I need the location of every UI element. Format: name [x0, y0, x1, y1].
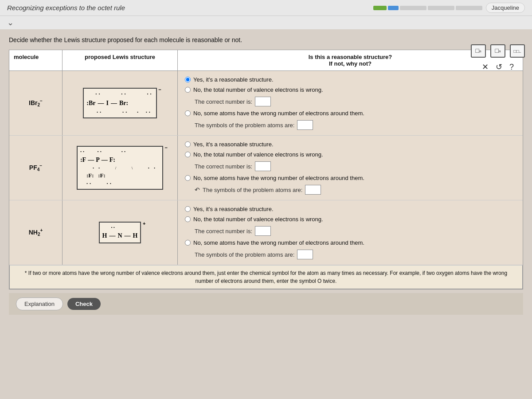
label-ibr2-no-atoms: No, some atoms have the wrong number of …	[193, 110, 364, 117]
option-ibr2-no-valence[interactable]: No, the total number of valence electron…	[185, 86, 323, 93]
input-pf4-problem-atoms[interactable]	[305, 185, 321, 195]
bottom-bar: Explanation Check	[9, 293, 523, 315]
user-badge: Jacqueline	[486, 3, 525, 13]
radio-nh2-no-atoms[interactable]	[185, 240, 191, 246]
cursor-icon: ↶	[195, 186, 200, 193]
pf4-charge: −	[165, 145, 168, 150]
main-content: Decide whether the Lewis structure propo…	[0, 29, 532, 399]
label-pf4-correct-number: The correct number is:	[195, 163, 252, 170]
label-ibr2-correct-number: The correct number is:	[195, 98, 252, 105]
progress-seg-3	[400, 6, 426, 10]
label-pf4-no-atoms: No, some atoms have the wrong number of …	[193, 175, 364, 181]
options-nh2: Yes, it's a reasonable structure. No, th…	[178, 200, 523, 265]
page-title: Recognizing exceptions to the octet rule	[7, 4, 125, 12]
molecule-nh2-label: NH2+	[29, 228, 43, 237]
sub-pf4-problem-atoms: ↶ The symbols of the problem atoms are:	[185, 185, 321, 195]
option-nh2-yes[interactable]: Yes, it's a reasonable structure.	[185, 206, 274, 212]
top-bar: Recognizing exceptions to the octet rule…	[0, 0, 532, 16]
label-ibr2-problem-atoms: The symbols of the problem atoms are:	[195, 122, 294, 129]
table-row-nh2: NH2+ + •• H — N — H	[9, 200, 523, 265]
progress-bars	[373, 6, 482, 10]
sub-ibr2-correct-number: The correct number is:	[185, 97, 271, 106]
help-icon[interactable]: ?	[509, 63, 514, 72]
radio-ibr2-no-atoms[interactable]	[185, 110, 191, 116]
col-header-lewis: proposed Lewis structure	[63, 50, 178, 70]
footer-note: * If two or more atoms have the wrong nu…	[9, 265, 523, 289]
input-nh2-problem-atoms[interactable]	[297, 250, 313, 259]
chevron-row: ⌄	[0, 16, 532, 29]
label-nh2-no-atoms: No, some atoms have the wrong number of …	[193, 239, 364, 246]
action-icon-row: ✕ ↺ ?	[482, 62, 514, 72]
molecule-ibr2: IBr2−	[9, 71, 63, 135]
progress-seg-2	[388, 6, 399, 10]
table-row-ibr2: IBr2− − •• •• •• :Br — I — Br:	[9, 71, 523, 136]
input-nh2-correct-number[interactable]	[255, 226, 271, 236]
label-ibr2-yes: Yes, it's a reasonable structure.	[193, 76, 274, 83]
lewis-pf4: − •• •• •• :F — P — F: •• / \ ••	[63, 136, 178, 200]
label-pf4-problem-atoms: The symbols of the problem atoms are:	[203, 187, 302, 193]
explanation-button[interactable]: Explanation	[16, 297, 63, 310]
subscript-icon[interactable]: □n	[490, 44, 505, 58]
main-table: molecule proposed Lewis structure Is thi…	[9, 50, 523, 289]
check-button[interactable]: Check	[67, 298, 101, 310]
progress-seg-5	[456, 6, 482, 10]
sub-nh2-problem-atoms: The symbols of the problem atoms are:	[185, 250, 313, 259]
sub-pf4-correct-number: The correct number is:	[185, 161, 271, 171]
label-pf4-yes: Yes, it's a reasonable structure.	[193, 141, 274, 148]
question-prompt: Decide whether the Lewis structure propo…	[9, 36, 523, 43]
molecule-pf4-label: PF4−	[29, 163, 42, 172]
sub-nh2-correct-number: The correct number is:	[185, 226, 271, 236]
icon-row-1: □n □n □□..	[471, 44, 525, 58]
radio-nh2-yes[interactable]	[185, 206, 191, 212]
table-header: molecule proposed Lewis structure Is thi…	[9, 50, 523, 71]
option-ibr2-yes[interactable]: Yes, it's a reasonable structure.	[185, 76, 274, 83]
lewis-structure-ibr2: − •• •• •• :Br — I — Br: •• •• • ••	[83, 88, 156, 119]
progress-seg-4	[428, 6, 454, 10]
input-ibr2-correct-number[interactable]	[255, 97, 271, 106]
options-pf4: Yes, it's a reasonable structure. No, th…	[178, 136, 523, 200]
molecule-pf4: PF4−	[9, 136, 63, 200]
input-ibr2-problem-atoms[interactable]	[297, 120, 313, 130]
nh2-charge: +	[143, 221, 145, 226]
lewis-nh2: + •• H — N — H	[63, 200, 178, 265]
chevron-down-icon[interactable]: ⌄	[7, 18, 14, 27]
radio-nh2-no-valence[interactable]	[185, 216, 191, 222]
combo-icon[interactable]: □□..	[510, 44, 525, 58]
label-ibr2-no-valence: No, the total number of valence electron…	[193, 86, 323, 93]
radio-pf4-no-valence[interactable]	[185, 152, 191, 157]
table-row-pf4: PF4− − •• •• •• :F — P — F:	[9, 136, 523, 200]
molecule-nh2: NH2+	[9, 200, 63, 265]
lewis-structure-nh2: + •• H — N — H	[99, 222, 141, 243]
radio-pf4-yes[interactable]	[185, 141, 191, 147]
radio-ibr2-no-valence[interactable]	[185, 87, 191, 93]
option-ibr2-no-atoms[interactable]: No, some atoms have the wrong number of …	[185, 110, 364, 117]
undo-icon[interactable]: ↺	[496, 62, 502, 72]
option-pf4-yes[interactable]: Yes, it's a reasonable structure.	[185, 141, 274, 148]
radio-ibr2-yes[interactable]	[185, 77, 191, 82]
radio-pf4-no-atoms[interactable]	[185, 175, 191, 181]
option-pf4-no-atoms[interactable]: No, some atoms have the wrong number of …	[185, 175, 364, 181]
lewis-ibr2: − •• •• •• :Br — I — Br: •• •• • ••	[63, 71, 178, 135]
superscript-icon[interactable]: □n	[471, 44, 486, 58]
option-nh2-no-atoms[interactable]: No, some atoms have the wrong number of …	[185, 239, 364, 246]
label-pf4-no-valence: No, the total number of valence electron…	[193, 151, 323, 158]
close-icon[interactable]: ✕	[482, 62, 489, 72]
label-nh2-correct-number: The correct number is:	[195, 228, 252, 235]
option-pf4-no-valence[interactable]: No, the total number of valence electron…	[185, 151, 323, 158]
label-nh2-yes: Yes, it's a reasonable structure.	[193, 206, 274, 212]
ibr2-charge: −	[158, 87, 161, 92]
col-header-molecule: molecule	[9, 50, 63, 70]
sub-ibr2-problem-atoms: The symbols of the problem atoms are:	[185, 120, 313, 130]
progress-seg-1	[373, 6, 387, 10]
label-nh2-no-valence: No, the total number of valence electron…	[193, 216, 323, 223]
option-nh2-no-valence[interactable]: No, the total number of valence electron…	[185, 216, 323, 223]
top-bar-right: Jacqueline	[373, 3, 525, 13]
options-ibr2: Yes, it's a reasonable structure. No, th…	[178, 71, 523, 135]
molecule-ibr2-label: IBr2−	[29, 98, 43, 107]
side-panel: □n □n □□.. ✕ ↺ ?	[471, 44, 525, 72]
label-nh2-problem-atoms: The symbols of the problem atoms are:	[195, 251, 294, 258]
lewis-structure-pf4: − •• •• •• :F — P — F: •• / \ ••	[77, 146, 163, 189]
input-pf4-correct-number[interactable]	[255, 161, 271, 171]
